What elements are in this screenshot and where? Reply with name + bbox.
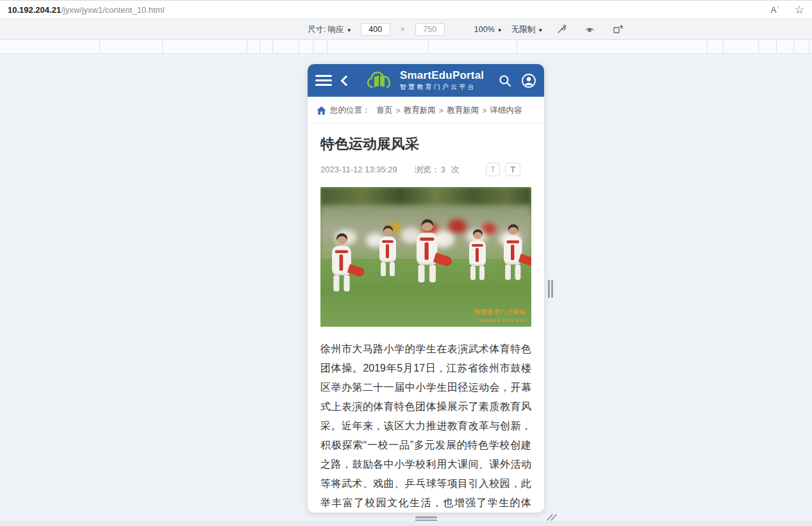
eyedropper-icon[interactable] (556, 24, 567, 35)
article-meta: 2023-11-12 13:35:29 浏览：3次 T T (308, 156, 544, 176)
article-photo: 智慧教育门户网站 (320, 187, 531, 327)
breadcrumb-item-news[interactable]: 教育新闻 (404, 105, 436, 116)
user-icon[interactable] (521, 73, 536, 88)
brand-subtitle: 智慧教育门户云平台 (400, 83, 484, 92)
article-datetime: 2023-11-12 13:35:29 (320, 165, 397, 174)
article-body: 徐州市大马路小学的学生在表演武术体育特色团体操。2019年5月17日，江苏省徐州… (308, 327, 544, 513)
canvas-bottom-strip (0, 521, 812, 526)
url-text[interactable]: 10.192.204.21/jyxw/jyxw1/content_10.html (8, 5, 164, 15)
breadcrumb-separator: > (482, 106, 486, 115)
eye-icon[interactable] (584, 24, 595, 35)
dimensions-dropdown[interactable]: 尺寸: 响应▼ (308, 24, 352, 35)
chevron-down-icon: ▼ (538, 28, 543, 33)
zoom-dropdown[interactable]: 100%▼ (474, 25, 502, 34)
url-path: /jyxw/jyxw1/content_10.html (61, 5, 164, 15)
breadcrumb-separator: > (396, 106, 401, 115)
photo-figure (379, 226, 396, 276)
favorite-star-icon[interactable]: ☆ (795, 4, 804, 15)
photo-figure (504, 224, 522, 280)
site-logo[interactable]: SmartEduPortal 智慧教育门户云平台 (365, 69, 484, 92)
mobile-viewport: SmartEduPortal 智慧教育门户云平台 您的位置： 首页 > 教育新闻… (308, 64, 544, 513)
breadcrumb-item-home[interactable]: 首页 (377, 105, 393, 116)
breadcrumb-label: 您的位置： (330, 105, 370, 116)
photo-watermark-subline (480, 319, 526, 322)
browser-url-bar[interactable]: 10.192.204.21/jyxw/jyxw1/content_10.html… (0, 0, 812, 19)
photo-figure (469, 229, 486, 280)
home-icon[interactable] (317, 106, 326, 115)
article-title: 特色运动展风采 (308, 124, 544, 156)
breadcrumb: 您的位置： 首页 > 教育新闻 > 教育新闻 > 详细内容 (308, 97, 544, 124)
app-header: SmartEduPortal 智慧教育门户云平台 (308, 64, 544, 97)
rotate-device-icon[interactable] (613, 24, 623, 35)
back-icon[interactable] (341, 75, 352, 86)
chevron-down-icon: ▼ (497, 28, 502, 33)
dimensions-times-label: × (399, 25, 406, 34)
font-increase-button[interactable]: T (505, 163, 520, 176)
photo-watermark: 智慧教育门户网站 (475, 308, 526, 316)
media-query-ruler[interactable] (0, 40, 812, 54)
breadcrumb-item-detail: 详细内容 (490, 105, 522, 116)
viewport-resize-handle-right[interactable] (548, 280, 553, 298)
photo-figure (417, 219, 438, 283)
cloud-book-logo-icon (365, 69, 395, 92)
emulation-canvas: SmartEduPortal 智慧教育门户云平台 您的位置： 首页 > 教育新闻… (0, 54, 812, 526)
url-host: 10.192.204.21 (8, 5, 61, 15)
chevron-down-icon: ▼ (347, 28, 352, 33)
font-decrease-button[interactable]: T (486, 163, 500, 176)
read-aloud-icon[interactable]: A⁾ (771, 5, 778, 15)
menu-icon[interactable] (315, 75, 332, 86)
breadcrumb-item-news2[interactable]: 教育新闻 (447, 105, 479, 116)
search-icon[interactable] (498, 74, 512, 88)
throttling-dropdown[interactable]: 无限制▼ (511, 24, 543, 35)
viewport-width-input[interactable] (361, 23, 390, 36)
view-counter: 浏览：3次 (415, 164, 460, 176)
device-emulation-toolbar: 尺寸: 响应▼ × 100%▼ 无限制▼ (0, 20, 812, 40)
viewport-height-input[interactable] (415, 23, 445, 36)
view-count: 3 (441, 165, 445, 174)
photo-figure (332, 233, 351, 292)
brand-title: SmartEduPortal (400, 69, 484, 82)
breadcrumb-separator: > (439, 106, 443, 115)
